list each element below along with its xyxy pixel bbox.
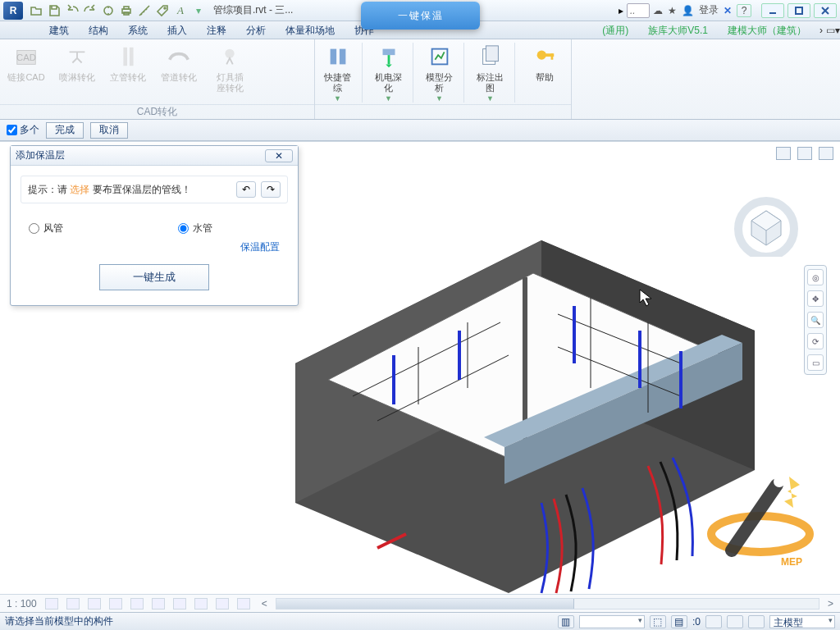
search-input[interactable] [627, 3, 650, 18]
status-worksets-combo[interactable] [579, 615, 645, 628]
view-min-icon[interactable] [776, 147, 791, 160]
finish-button[interactable]: 完成 [46, 122, 84, 139]
search-caret-icon: ▸ [619, 5, 623, 16]
btn-help[interactable]: 帮助 [523, 43, 566, 83]
generate-button[interactable]: 一键生成 [99, 264, 209, 290]
tab-annotate[interactable]: 注释 [197, 21, 236, 39]
workspace: 添加保温层 ✕ 提示：请 选择 要布置保温层的管线！ ↶ ↷ 风管 水管 保温配… [0, 141, 840, 594]
chevron-down-icon: ▼ [436, 94, 443, 103]
help-icon[interactable]: ? [737, 4, 751, 17]
view-close-icon[interactable] [819, 147, 833, 160]
nav-pan-icon[interactable]: ✥ [807, 290, 824, 307]
qat-measure-icon[interactable] [136, 2, 153, 19]
annotate-icon [477, 43, 504, 71]
minimize-button[interactable] [761, 3, 784, 18]
tabs-minimize-icon[interactable]: ▭▾ [826, 25, 840, 36]
view-max-icon[interactable] [797, 147, 812, 160]
vcb-style-icon[interactable] [66, 598, 80, 609]
vcb-reveal-icon[interactable] [237, 598, 250, 609]
vcb-temp-icon[interactable] [216, 598, 229, 609]
btn-link-cad[interactable]: CAD 链接CAD [5, 43, 48, 83]
tab-insert[interactable]: 插入 [158, 21, 197, 39]
view-cube[interactable] [733, 191, 799, 257]
qat-open-icon[interactable] [28, 2, 44, 19]
tab-systems[interactable]: 系统 [118, 21, 158, 39]
btn-mep-deepen[interactable]: 机电深化▼ [371, 43, 413, 103]
status-b1-icon[interactable] [705, 615, 722, 628]
tab-architecture[interactable]: 建筑 [39, 21, 79, 39]
search-box[interactable]: ▸ [619, 3, 650, 18]
star-icon[interactable]: ★ [668, 5, 677, 16]
fixture-icon [216, 43, 244, 71]
vcb-shadow-icon[interactable] [109, 598, 122, 609]
btn-spray-convert[interactable]: 喷淋转化 [56, 43, 98, 83]
vcb-crop-icon[interactable] [152, 598, 165, 609]
nav-orbit-icon[interactable]: ⟳ [807, 333, 824, 349]
maximize-button[interactable] [788, 3, 810, 18]
status-b3-icon[interactable] [748, 615, 765, 628]
tab-structure[interactable]: 结构 [79, 21, 118, 39]
ribbon-panel-tools: 快捷管综▼ 机电深化▼ 模型分析▼ 标注出图▼ 帮助 [315, 39, 572, 119]
tabs-overflow-icon[interactable]: › [819, 25, 823, 36]
view-scrollbar[interactable] [276, 598, 819, 609]
svg-text:CAD: CAD [16, 52, 36, 62]
status-b2-icon[interactable] [727, 615, 743, 628]
svg-rect-16 [486, 46, 498, 62]
link-cad-icon: CAD [12, 43, 40, 71]
btn-annotate-export[interactable]: 标注出图▼ [472, 43, 515, 103]
vcb-sun-icon[interactable] [88, 598, 101, 609]
login-link[interactable]: 登录 [699, 3, 719, 17]
nav-zoom-icon[interactable]: 🔍 [807, 312, 824, 328]
vcb-crop2-icon[interactable] [173, 598, 186, 609]
title-bar: R A ▾ 管综项目.rvt - 三... 一键保温 ▸ ☁ ★ 👤 登录 ✕ … [0, 0, 840, 21]
radio-pipe[interactable]: 水管 [178, 221, 212, 235]
close-button[interactable] [814, 3, 837, 18]
qat-save-icon[interactable] [46, 2, 62, 19]
dialog-undo-button[interactable]: ↶ [236, 181, 256, 198]
tab-ext-general[interactable]: (通用) [592, 21, 638, 39]
vcb-render-icon[interactable] [130, 598, 144, 609]
status-filter-icon[interactable]: ▤ [671, 615, 687, 628]
qat-sync-icon[interactable] [100, 2, 116, 19]
vcb-lock-icon[interactable] [194, 598, 208, 609]
qat-dropdown-icon[interactable]: ▾ [190, 2, 207, 19]
exchange-icon[interactable]: ✕ [724, 5, 732, 16]
qat-tag-icon[interactable] [154, 2, 171, 19]
btn-pipe-convert[interactable]: 管道转化 [158, 43, 200, 83]
title-right-cluster: ☁ ★ 👤 登录 ✕ ? [653, 3, 751, 17]
tab-massing[interactable]: 体量和场地 [276, 21, 345, 39]
dialog-titlebar[interactable]: 添加保温层 ✕ [11, 146, 298, 166]
tab-ext-famlib[interactable]: 族库大师V5.1 [638, 21, 718, 39]
status-tray-icon[interactable]: ▥ [558, 615, 574, 628]
cloud-icon[interactable]: ☁ [653, 5, 663, 16]
btn-model-analyze[interactable]: 模型分析▼ [422, 43, 464, 103]
svg-rect-11 [330, 49, 336, 65]
scale-label[interactable]: 1 : 100 [7, 598, 37, 609]
status-select-icon[interactable]: ⬚ [650, 615, 666, 628]
qat-print-icon[interactable] [118, 2, 135, 19]
nav-box-icon[interactable]: ▭ [807, 354, 824, 371]
multi-checkbox[interactable]: 多个 [7, 123, 39, 137]
insulation-config-link[interactable]: 保温配置 [240, 241, 280, 253]
ribbon: CAD 链接CAD 喷淋转化 立管转化 管道转化 灯具插 座转化 CAD转化 [0, 39, 840, 120]
btn-fixture-convert[interactable]: 灯具插 座转化 [208, 43, 251, 94]
qat-redo-icon[interactable] [82, 2, 98, 19]
btn-quick-pipe[interactable]: 快捷管综▼ [320, 43, 363, 103]
document-title: 管综项目.rvt - 三... [213, 3, 293, 17]
vcb-detail-icon[interactable] [45, 598, 58, 609]
user-icon[interactable]: 👤 [682, 5, 694, 16]
tab-analyze[interactable]: 分析 [236, 21, 276, 39]
scroll-thumb[interactable] [276, 599, 575, 609]
dialog-redo-button[interactable]: ↷ [261, 181, 281, 198]
app-menu-button[interactable]: R [3, 2, 23, 20]
cancel-button[interactable]: 取消 [90, 122, 128, 139]
btn-riser-convert[interactable]: 立管转化 [107, 43, 149, 83]
tab-ext-modeler[interactable]: 建模大师（建筑） [718, 21, 816, 39]
chevron-down-icon: ▼ [385, 94, 392, 103]
radio-duct[interactable]: 风管 [29, 221, 63, 235]
dialog-close-button[interactable]: ✕ [265, 149, 293, 162]
nav-wheel-icon[interactable]: ◎ [807, 269, 824, 285]
qat-undo-icon[interactable] [64, 2, 80, 19]
qat-text-icon[interactable]: A [172, 2, 189, 19]
status-model-combo[interactable]: 主模型 [769, 615, 835, 628]
